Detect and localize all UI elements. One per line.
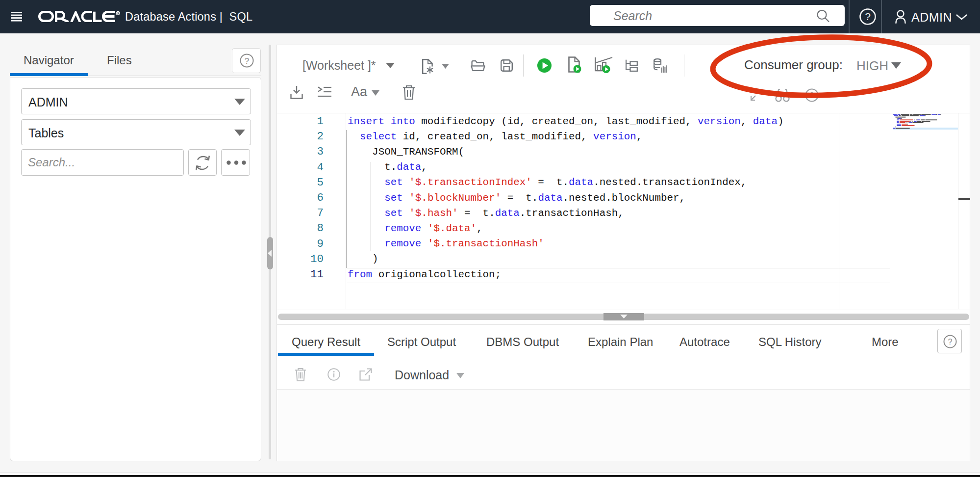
svg-text:?: ? — [865, 11, 871, 22]
svg-text:?: ? — [948, 338, 953, 346]
svg-text:?: ? — [245, 56, 249, 66]
